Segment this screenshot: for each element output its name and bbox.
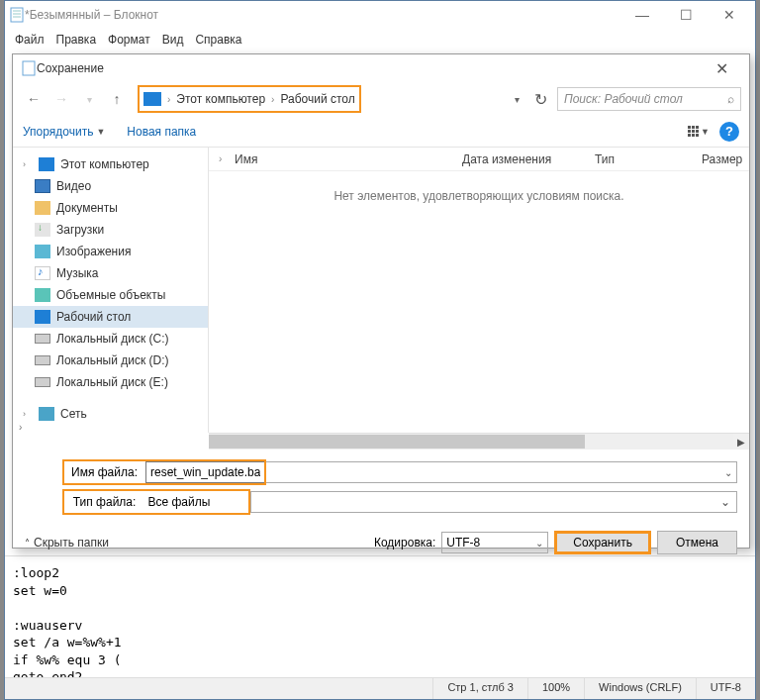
file-list[interactable]: › Имя Дата изменения Тип Размер Нет элем… [209,148,749,433]
search-icon: ⌕ [727,92,734,106]
status-enc: UTF-8 [696,678,755,699]
col-type[interactable]: Тип [585,152,692,166]
search-placeholder: Поиск: Рабочий стол [564,92,683,106]
notepad-icon [9,7,25,23]
nav-up-button[interactable]: ↑ [104,86,130,112]
menu-edit[interactable]: Правка [56,33,97,47]
organize-button[interactable]: Упорядочить▼ [23,125,105,139]
breadcrumb-dropdown[interactable]: ▾ [511,94,523,105]
search-input[interactable]: Поиск: Рабочий стол ⌕ [557,87,741,111]
encoding-label: Кодировка: [374,536,435,550]
pc-icon [143,92,161,106]
save-dialog: Сохранение ✕ ← → ▾ ↑ › Этот компьютер › … [12,53,750,549]
filename-input[interactable] [145,461,264,483]
chevron-right-icon: › [167,94,170,105]
tree-item[interactable]: Локальный диск (C:) [13,328,208,350]
tree-item[interactable]: Видео [13,175,208,197]
tree-item[interactable]: ›Сеть [13,403,208,425]
menu-file[interactable]: Файл [15,33,45,47]
filetype-select[interactable]: ⌄ [250,491,737,513]
folder-icon [39,157,54,171]
chevron-right-icon: › [271,94,274,105]
folder-icon [35,245,50,258]
tree-item[interactable]: Локальный диск (D:) [13,350,208,371]
tree-expand-icon[interactable]: › [19,422,22,433]
tree-item[interactable]: Рабочий стол [13,306,208,328]
status-pos: Стр 1, стлб 3 [432,678,527,699]
chevron-up-icon: ˄ [25,538,30,549]
dialog-titlebar[interactable]: Сохранение ✕ [13,54,749,82]
nav-history-dropdown[interactable]: ▾ [76,86,102,112]
expand-groups-icon[interactable]: › [209,153,225,164]
hide-folders-button[interactable]: ˄ Скрыть папки [25,536,109,550]
tree-item[interactable]: Изображения [13,241,208,262]
filetype-value: Все файлы [143,495,248,509]
minimize-button[interactable]: — [620,1,664,29]
filetype-label: Тип файла: [64,495,140,509]
horizontal-scrollbar[interactable]: ▶ [209,433,749,450]
dialog-title: Сохранение [37,61,104,75]
refresh-button[interactable]: ↻ [529,90,551,109]
notepad-title: *Безымянный – Блокнот [25,8,158,22]
col-size[interactable]: Размер [692,152,749,166]
help-button[interactable]: ? [719,122,739,142]
dialog-toolbar: Упорядочить▼ Новая папка ▼ ? [13,116,749,148]
status-eol: Windows (CRLF) [584,678,696,699]
tree-item[interactable]: Музыка [13,262,208,284]
notepad-statusbar: Стр 1, стлб 3 100% Windows (CRLF) UTF-8 [5,677,755,699]
svg-rect-0 [11,8,23,22]
breadcrumb[interactable]: › Этот компьютер › Рабочий стол [143,92,355,106]
tree-item[interactable]: Локальный диск (E:) [13,371,208,393]
folder-icon [35,223,50,237]
nav-back-button[interactable]: ← [21,86,47,112]
folder-icon [35,334,50,344]
svg-rect-4 [23,61,35,75]
folder-icon [35,310,50,324]
close-button[interactable]: ✕ [708,1,751,29]
new-folder-button[interactable]: Новая папка [127,125,196,139]
menu-help[interactable]: Справка [195,33,241,47]
nav-forward-button[interactable]: → [48,86,74,112]
tree-item[interactable]: ›Этот компьютер [13,153,208,175]
folder-icon [35,288,50,302]
dialog-bottom-row: ˄ Скрыть папки Кодировка: UTF-8⌄ Сохрани… [13,523,749,562]
folder-icon [35,377,50,387]
folder-icon [35,201,50,215]
breadcrumb-root[interactable]: Этот компьютер [176,92,265,106]
filename-row: Имя файла: ⌄ [62,459,737,485]
breadcrumb-folder[interactable]: Рабочий стол [280,92,354,106]
tree-item[interactable]: Объемные объекты [13,284,208,306]
list-header[interactable]: › Имя Дата изменения Тип Размер [209,148,749,171]
notepad-titlebar[interactable]: *Безымянный – Блокнот — ☐ ✕ [5,1,755,29]
filetype-row: Тип файла: Все файлы ⌄ [62,489,737,515]
save-button[interactable]: Сохранить [554,531,651,554]
notepad-menubar: Файл Правка Формат Вид Справка [5,29,755,50]
folder-tree[interactable]: ›Этот компьютерВидеоДокументыЗагрузкиИзо… [13,148,209,433]
folder-icon [35,179,50,193]
col-date[interactable]: Дата изменения [452,152,585,166]
folder-icon [35,266,50,280]
view-mode-button[interactable]: ▼ [688,126,710,137]
folder-icon [35,355,50,365]
col-name[interactable]: Имя [225,152,452,166]
cancel-button[interactable]: Отмена [657,531,737,554]
empty-message: Нет элементов, удовлетворяющих условиям … [209,189,749,203]
nav-row: ← → ▾ ↑ › Этот компьютер › Рабочий стол … [13,82,749,116]
maximize-button[interactable]: ☐ [664,1,708,29]
tree-item[interactable]: Загрузки [13,219,208,241]
encoding-select[interactable]: UTF-8⌄ [441,532,548,553]
menu-view[interactable]: Вид [162,33,184,47]
tree-item[interactable]: Документы [13,197,208,219]
status-zoom: 100% [527,678,584,699]
folder-icon [39,407,54,421]
filename-label: Имя файла: [64,465,142,479]
menu-format[interactable]: Формат [108,33,150,47]
dialog-close-button[interactable]: ✕ [702,59,741,78]
save-dialog-icon [21,60,37,76]
breadcrumb-highlight: › Этот компьютер › Рабочий стол [138,85,361,113]
notepad-text-area[interactable]: :loop2 set w=0 :wuauserv set /a w=%w%+1 … [5,555,755,694]
filename-dropdown[interactable]: ⌄ [266,461,737,483]
